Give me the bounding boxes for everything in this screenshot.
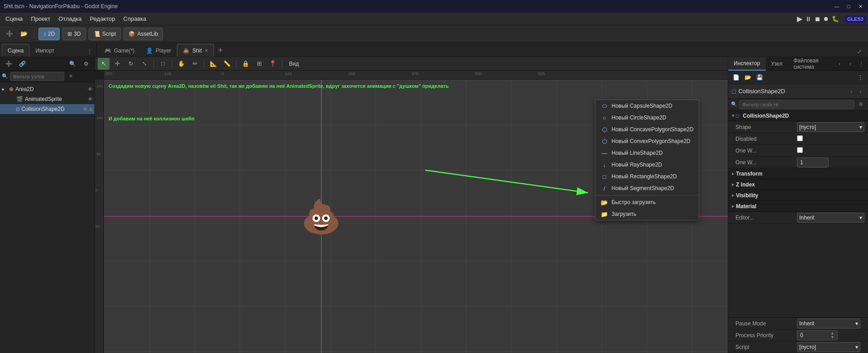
pan-tool-button[interactable]: ✋ <box>175 58 187 70</box>
scene-filter-clear[interactable]: ✕ <box>66 72 75 81</box>
rect-tool-button[interactable]: □ <box>157 58 169 70</box>
pivot-tool-button[interactable]: 📐 <box>208 58 219 70</box>
filter-props-input[interactable] <box>739 100 854 109</box>
minimize-button[interactable]: — <box>833 2 841 10</box>
dropdown-item-concave[interactable]: ⬡ Новый ConcavePolygonShape2D <box>595 124 699 135</box>
pause-mode-dropdown[interactable]: Inherit ▾ <box>797 319 860 329</box>
inspector-more-button[interactable]: ⋮ <box>856 59 866 69</box>
dropdown-item-line[interactable]: — Новый LineShape2D <box>595 147 699 159</box>
section-visibility[interactable]: ▸ Visibility <box>728 190 868 201</box>
tab-import[interactable]: Импорт <box>29 44 60 57</box>
viewport-maximize-button[interactable]: ⤢ <box>854 47 864 57</box>
ruler-mark-neg125: -125 <box>163 72 171 76</box>
dropdown-item-rectangle[interactable]: □ Новый RectangleShape2D <box>595 171 699 182</box>
open-scene-button[interactable]: 📂 <box>18 28 30 40</box>
window-controls: — □ ✕ <box>833 2 864 10</box>
maximize-button[interactable]: □ <box>844 2 853 10</box>
close-button[interactable]: ✕ <box>856 2 864 10</box>
tree-node-animatedsprite[interactable]: 🎬 AnimatedSprite 👁 <box>0 94 95 104</box>
stop-button[interactable]: ⏹ <box>814 15 821 23</box>
mode-2d-button[interactable]: ↕ 2D <box>38 28 60 40</box>
area2d-visibility[interactable]: 👁 <box>88 86 93 92</box>
select-tool-button[interactable]: ↖ <box>98 58 109 70</box>
assetlib-button[interactable]: 📦 AssetLib <box>123 28 163 40</box>
ruler-tool-button[interactable]: 📏 <box>221 58 233 70</box>
filter-props-settings[interactable]: ⚙ <box>856 100 865 109</box>
pause-button[interactable]: ⏸ <box>805 15 811 23</box>
inspector-forward-button[interactable]: › <box>845 59 855 69</box>
remote-button[interactable]: ⏺ <box>823 15 829 22</box>
node-next-button[interactable]: › <box>856 87 864 95</box>
lock-button[interactable]: 🔒 <box>240 58 251 70</box>
inspector-options-button[interactable]: ⋮ <box>855 72 865 82</box>
tab-game[interactable]: 🎮 Game(*) <box>99 44 140 57</box>
script-button[interactable]: 📜 Script <box>89 28 121 40</box>
tab-close-shit[interactable]: ✕ <box>204 48 208 53</box>
add-tab-button[interactable]: + <box>214 44 227 57</box>
priority-down-button[interactable]: ▼ <box>830 335 835 339</box>
open-resource-button[interactable]: 📂 <box>743 72 753 82</box>
scene-filter-input[interactable] <box>10 72 64 81</box>
inspector-panel: Инспектор Узел Файловая система ‹ › ⋮ 📄 … <box>728 57 868 353</box>
grid-button[interactable]: ⊞ <box>253 58 265 70</box>
dropdown-item-load[interactable]: 📁 Загрузить <box>595 208 699 220</box>
tab-filesystem[interactable]: Файловая система <box>788 57 835 71</box>
new-scene-button[interactable]: ➕ <box>4 28 15 40</box>
poop-sprite[interactable]: 💩 <box>301 197 342 236</box>
tab-player[interactable]: 👤 Player <box>140 44 177 57</box>
menu-debug[interactable]: Отладка <box>55 14 85 24</box>
mode-3d-button[interactable]: ⊞ 3D <box>62 28 85 40</box>
shape-dropdown-button[interactable]: [пусто] ▾ <box>797 122 864 132</box>
editor-dropdown[interactable]: Inherit ▾ <box>797 213 864 223</box>
menu-editor[interactable]: Редактор <box>86 14 119 24</box>
menu-scene[interactable]: Сцена <box>2 14 26 24</box>
tree-node-area2d[interactable]: ▾ ⊕ Area2D 👁 <box>0 84 95 94</box>
dropdown-item-quick-load[interactable]: 📂 Быстро загрузить <box>595 196 699 208</box>
tab-shit[interactable]: 💩 Shit ✕ <box>177 44 214 57</box>
animsprite-visibility[interactable]: 👁 <box>88 96 93 102</box>
section-material[interactable]: ▸ Material <box>728 201 868 212</box>
disabled-checkbox[interactable] <box>797 135 803 141</box>
oneway-margin-value[interactable]: 1 <box>797 157 829 167</box>
scale-tool-button[interactable]: ⤡ <box>138 58 150 70</box>
rotate-tool-button[interactable]: ↻ <box>125 58 137 70</box>
scene-filter-button[interactable]: 🔍 <box>67 59 77 69</box>
snap-tool-button[interactable]: ✏ <box>189 58 201 70</box>
instance-node-button[interactable]: 🔗 <box>17 59 27 69</box>
view-menu-button[interactable]: Вид <box>285 58 303 69</box>
inspector-back-button[interactable]: ‹ <box>835 59 844 69</box>
oneway-checkbox[interactable] <box>797 147 803 153</box>
save-resource-button[interactable]: 💾 <box>754 72 764 82</box>
dropdown-item-convex[interactable]: ⬠ Новый ConvexPolygonShape2D <box>595 135 699 147</box>
section-z-index[interactable]: ▸ Z Index <box>728 179 868 190</box>
viewport-toolbar: ↖ ✛ ↻ ⤡ □ ✋ ✏ 📐 📏 🔒 ⊞ 📍 Вид <box>95 57 728 71</box>
scene-panel: ➕ 🔗 🔍 ⚙ 🔍 ✕ ▾ ⊕ Area2D 👁 🎬 AnimatedSprit… <box>0 57 95 353</box>
process-priority-value[interactable]: 0 ▲ ▼ <box>797 330 838 340</box>
play-button[interactable]: ▶ <box>797 14 802 23</box>
section-transform[interactable]: ▸ Transform <box>728 168 868 179</box>
new-resource-button[interactable]: 📄 <box>731 72 741 82</box>
dropdown-item-segment[interactable]: / Новый SegmentShape2D <box>595 182 699 194</box>
move-tool-button[interactable]: ✛ <box>111 58 123 70</box>
section-header-collision[interactable]: ▾ □ CollisionShape2D <box>728 110 868 121</box>
menu-project[interactable]: Проект <box>27 14 54 24</box>
colshape-visibility[interactable]: 👁 <box>83 106 88 112</box>
tab-node[interactable]: Узел <box>766 57 788 71</box>
dropdown-item-ray[interactable]: ↓ Новый RayShape2D <box>595 159 699 171</box>
tab-scene[interactable]: Сцена <box>2 44 29 57</box>
scene-settings-button[interactable]: ⚙ <box>81 59 91 69</box>
node-prev-button[interactable]: ‹ <box>847 87 855 95</box>
script-value: [пусто] <box>799 344 816 350</box>
tab-inspector[interactable]: Инспектор <box>728 57 766 71</box>
dropdown-item-capsule[interactable]: ⬭ Новый CapsuleShape2D <box>595 100 699 112</box>
new-node-button[interactable]: ➕ <box>4 59 14 69</box>
tree-node-collisionshape2d[interactable]: □ CollisionShape2D 👁 ⚠ <box>0 104 95 114</box>
script-arrow: ▾ <box>855 344 858 350</box>
dropdown-item-circle[interactable]: ○ Новый CircleShape2D <box>595 112 699 124</box>
script-dropdown[interactable]: [пусто] ▾ <box>797 342 860 352</box>
zindex-label: Z Index <box>736 181 755 188</box>
pin-button[interactable]: 📍 <box>267 58 279 70</box>
scene-menu-button[interactable]: ⋮ <box>85 47 95 57</box>
menu-help[interactable]: Справка <box>120 14 150 24</box>
debug-button[interactable]: 🐛 <box>832 15 839 22</box>
